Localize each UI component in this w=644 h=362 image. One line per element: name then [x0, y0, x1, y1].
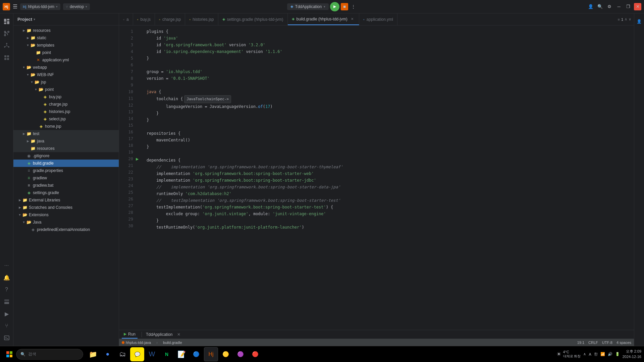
status-line-ending[interactable]: CRLF	[588, 341, 598, 345]
run-tab-run[interactable]: ▶ Run	[122, 330, 138, 339]
activity-plugins-icon[interactable]	[1, 52, 12, 63]
project-name-badge[interactable]: Hj hhplus-tdd-jvm ▾	[20, 3, 60, 10]
tree-item-build-gradle[interactable]: ◈ build.gradle	[13, 160, 119, 167]
code-editor[interactable]: plugins { id 'java' id 'org.springframew…	[141, 25, 634, 330]
taskbar-app-intellij[interactable]: Hj	[204, 347, 218, 361]
folder-icon: 📁	[30, 35, 36, 41]
tree-item-settings-gradle[interactable]: ◈ settings.gradle	[13, 189, 119, 196]
run-close[interactable]: ✕	[177, 332, 180, 337]
more-options[interactable]: ⋮	[350, 3, 357, 10]
tree-item-point-jsp[interactable]: ▼ 📂 point	[13, 86, 119, 93]
run-config[interactable]: ◈ TddApplication ▾	[287, 3, 329, 10]
status-project[interactable]: hhplus-tdd-java	[122, 341, 151, 345]
taskbar-app-files[interactable]: 🗂	[115, 347, 129, 361]
activity-git-icon[interactable]	[1, 28, 12, 39]
run-button[interactable]: ▶	[330, 2, 339, 11]
tree-item-point-templates[interactable]: 📁 point	[13, 49, 119, 56]
status-separator: ›	[156, 341, 158, 345]
match-nav-up[interactable]: ∧	[625, 17, 627, 21]
activity-run-icon[interactable]: ▶	[1, 308, 12, 319]
tree-item-buy-jsp[interactable]: ◈ buy.jsp	[13, 93, 119, 101]
maximize-button[interactable]: ❐	[625, 3, 632, 10]
activity-help-icon[interactable]: ?	[1, 284, 12, 295]
tree-item-webapp[interactable]: ▼ 📂 webapp	[13, 64, 119, 71]
tab-close-button[interactable]: ✕	[350, 16, 355, 22]
tree-item-static[interactable]: ▶ 📁 static	[13, 34, 119, 42]
branch-badge[interactable]: ⑂ develop ▾	[63, 3, 90, 10]
activity-notifications-icon[interactable]: 🔔	[1, 272, 12, 283]
tree-item-test-resources[interactable]: 📁 resources	[13, 145, 119, 152]
taskbar-app-4[interactable]: 🔴	[248, 347, 262, 361]
tab-buy-js[interactable]: ◦ buy.js	[133, 13, 155, 25]
tree-item-application-yml[interactable]: ✕ application.yml	[13, 56, 119, 64]
run-gutter-icon[interactable]: ▶	[136, 156, 141, 162]
folder-icon: 📂	[22, 212, 28, 218]
error-indicator	[122, 341, 124, 344]
tree-item-external-libraries[interactable]: ▶ 📁 External Libraries	[13, 196, 119, 204]
tree-item-predefined[interactable]: ◈ predefinedExternalAnnotation	[13, 226, 119, 233]
tab-scroll-left[interactable]: ≡	[618, 17, 620, 21]
tree-item-charge-jsp[interactable]: ◈ charge.jsp	[13, 101, 119, 108]
tree-item-home-jsp[interactable]: ◈ home.jsp	[13, 123, 119, 130]
tree-item-templates[interactable]: ▼ 📂 templates	[13, 42, 119, 49]
tab-build-gradle[interactable]: ◈ build.gradle (hhplus-tdd-jvm) ✕	[288, 13, 359, 25]
activity-git2-icon[interactable]: ⑂	[1, 320, 12, 331]
activity-project-icon[interactable]	[1, 16, 12, 27]
start-button[interactable]	[3, 348, 16, 361]
taskbar-clock[interactable]: 오후 2:09 2024-12-16	[623, 349, 641, 359]
status-encoding[interactable]: UTF-8	[602, 341, 612, 345]
tree-item-scratches[interactable]: ▶ 📁 Scratches and Consoles	[13, 204, 119, 211]
tree-item-test[interactable]: ▶ 📁 test	[13, 130, 119, 137]
tree-label: gradle.properties	[33, 168, 63, 173]
tree-item-select-jsp[interactable]: ◈ select.jsp	[13, 115, 119, 123]
tree-item-resources[interactable]: ▶ 📁 resources	[13, 27, 119, 34]
users-icon[interactable]: 👤	[587, 3, 594, 10]
status-filename[interactable]: build.gradle	[163, 341, 182, 345]
minimize-button[interactable]: ─	[615, 3, 623, 10]
taskbar-app-file[interactable]: 📁	[86, 347, 100, 361]
activity-bottom-icon[interactable]	[1, 296, 12, 307]
tree-item-histories-jsp[interactable]: ◈ histories.jsp	[13, 108, 119, 115]
activity-structure-icon[interactable]	[1, 40, 12, 51]
taskbar-app-3[interactable]: 🟣	[233, 347, 248, 361]
tree-item-gradlew-bat[interactable]: ≡ gradlew.bat	[13, 182, 119, 189]
svg-rect-0	[4, 19, 6, 22]
tab-charge-jsp[interactable]: ◦ charge.jsp	[155, 13, 185, 25]
tree-item-java-ext[interactable]: ▼ 📂 Java	[13, 219, 119, 226]
stop-button[interactable]: ■	[341, 3, 348, 10]
tree-item-java[interactable]: ▶ 📁 java	[13, 137, 119, 145]
tree-item-extensions[interactable]: ▼ 📂 Extensions	[13, 211, 119, 219]
taskbar-app-1[interactable]: 🔵	[189, 347, 203, 361]
main-layout: ··· 🔔 ? ▶ ⑂ Project ▾ ▶ 📁 resources ▶	[0, 13, 644, 346]
tab-application-yml[interactable]: ◦ application.yml	[359, 13, 397, 25]
taskbar-app-chrome[interactable]: ●	[101, 347, 115, 361]
taskbar-search[interactable]: 🔍 검색	[16, 349, 83, 360]
activity-more-icon[interactable]: ···	[1, 260, 12, 271]
taskbar-app-2[interactable]: 🟡	[219, 347, 233, 361]
tree-item-gitignore[interactable]: ◉ .gitignore	[13, 152, 119, 160]
close-button[interactable]: ✕	[634, 3, 641, 10]
tab-histories-jsp[interactable]: ◦ histories.jsp	[185, 13, 218, 25]
svg-rect-19	[6, 355, 9, 357]
menu-icon[interactable]: ☰	[13, 3, 17, 10]
right-notifications-icon[interactable]: 👤	[634, 16, 644, 27]
taskbar-app-word[interactable]: W	[145, 347, 159, 361]
match-nav-down[interactable]: ∨	[629, 17, 631, 21]
tray-up-arrow[interactable]: ∧	[583, 352, 586, 356]
tab-settings-gradle[interactable]: ◈ settings.gradle (hhplus-tdd-jvm)	[218, 13, 288, 25]
tab-a[interactable]: ◦ a	[119, 13, 133, 25]
tree-item-jsp[interactable]: ▼ 📂 jsp	[13, 78, 119, 86]
file-yml-icon: ✕	[36, 57, 41, 63]
settings-icon[interactable]: ⚙	[606, 3, 613, 10]
taskbar-app-naver[interactable]: N	[160, 347, 174, 361]
status-indent[interactable]: 4 spaces	[616, 341, 631, 345]
tree-item-gradle-properties[interactable]: ≡ gradle.properties	[13, 167, 119, 174]
tree-item-webinf[interactable]: ▼ 📂 WEB-INF	[13, 71, 119, 78]
search-everywhere[interactable]: 🔍	[596, 3, 604, 10]
tree-item-gradlew[interactable]: ≡ gradlew	[13, 174, 119, 182]
taskbar-app-notepad[interactable]: 📝	[174, 347, 189, 361]
title-bar-right: 👤 🔍 ⚙ ─ ❐ ✕	[357, 3, 641, 10]
activity-terminal-icon[interactable]	[1, 333, 12, 343]
status-position[interactable]: 19:1	[577, 341, 584, 345]
taskbar-app-kakao[interactable]: 💬	[130, 347, 144, 361]
